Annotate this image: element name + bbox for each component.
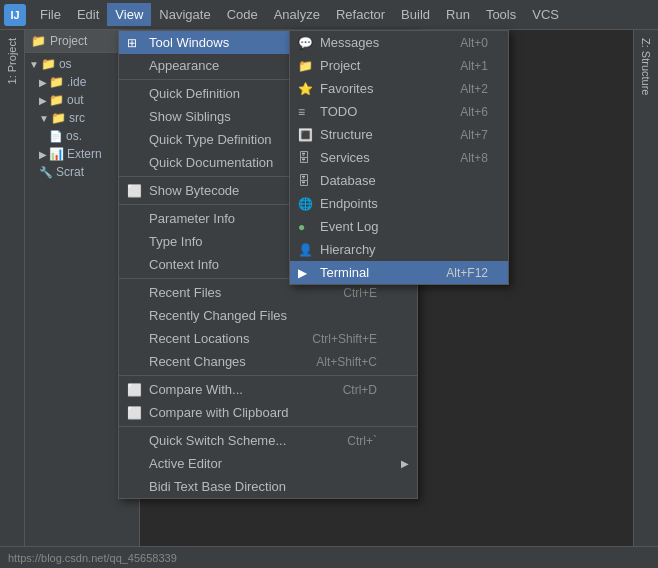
folder-icon: 📁 <box>49 93 64 107</box>
menu-tools[interactable]: Tools <box>478 3 524 26</box>
shortcut-label: Alt+0 <box>440 36 488 50</box>
submenu-item-todo[interactable]: ≡ TODO Alt+6 <box>290 100 508 123</box>
arrow-icon: ▶ <box>39 95 47 106</box>
menu-item-compare-clipboard[interactable]: ⬜ Compare with Clipboard <box>119 401 417 424</box>
menu-item-active-editor[interactable]: Active Editor <box>119 452 417 475</box>
project-tab[interactable]: 1: Project <box>2 30 22 92</box>
submenu-item-structure[interactable]: 🔳 Structure Alt+7 <box>290 123 508 146</box>
menu-code[interactable]: Code <box>219 3 266 26</box>
shortcut-label: Alt+Shift+C <box>316 355 397 369</box>
menu-item-quick-switch[interactable]: Quick Switch Scheme... Ctrl+` <box>119 429 417 452</box>
menu-item-compare-with[interactable]: ⬜ Compare With... Ctrl+D <box>119 378 417 401</box>
shortcut-label: Ctrl+Shift+E <box>312 332 397 346</box>
tool-windows-icon: ⊞ <box>127 36 137 50</box>
shortcut-label: Alt+1 <box>440 59 488 73</box>
tree-label: Scrat <box>56 165 84 179</box>
tree-label: out <box>67 93 84 107</box>
tree-label: os. <box>66 129 82 143</box>
left-sidebar: 1: Project <box>0 30 25 568</box>
shortcut-label: Alt+F12 <box>426 266 488 280</box>
shortcut-label: Ctrl+D <box>343 383 397 397</box>
submenu-item-project[interactable]: 📁 Project Alt+1 <box>290 54 508 77</box>
shortcut-label: Alt+2 <box>440 82 488 96</box>
submenu-item-hierarchy[interactable]: 👤 Hierarchy <box>290 238 508 261</box>
status-url: https://blog.csdn.net/qq_45658339 <box>8 552 177 564</box>
submenu-item-favorites[interactable]: ⭐ Favorites Alt+2 <box>290 77 508 100</box>
submenu-item-database[interactable]: 🗄 Database <box>290 169 508 192</box>
project-icon: 📁 <box>31 34 46 48</box>
database-icon: 🗄 <box>298 174 310 188</box>
menu-view[interactable]: View <box>107 3 151 26</box>
status-bar: https://blog.csdn.net/qq_45658339 <box>0 546 658 568</box>
event-log-icon: ● <box>298 220 305 234</box>
menu-item-bidi[interactable]: Bidi Text Base Direction <box>119 475 417 498</box>
structure-icon: 🔳 <box>298 128 313 142</box>
tree-label: os <box>59 57 72 71</box>
menu-refactor[interactable]: Refactor <box>328 3 393 26</box>
tree-label: Extern <box>67 147 102 161</box>
chart-icon: 📊 <box>49 147 64 161</box>
compare-icon: ⬜ <box>127 383 142 397</box>
menu-run[interactable]: Run <box>438 3 478 26</box>
menu-build[interactable]: Build <box>393 3 438 26</box>
file-icon: 📄 <box>49 130 63 143</box>
arrow-icon: ▼ <box>29 59 39 70</box>
favorites-icon: ⭐ <box>298 82 313 96</box>
compare-clipboard-icon: ⬜ <box>127 406 142 420</box>
project-icon: 📁 <box>298 59 313 73</box>
tree-label: .ide <box>67 75 86 89</box>
folder-icon: 📁 <box>41 57 56 71</box>
menu-analyze[interactable]: Analyze <box>266 3 328 26</box>
arrow-icon: ▼ <box>39 113 49 124</box>
menu-navigate[interactable]: Navigate <box>151 3 218 26</box>
services-icon: 🗄 <box>298 151 310 165</box>
messages-icon: 💬 <box>298 36 313 50</box>
menu-item-recent-changes[interactable]: Recent Changes Alt+Shift+C <box>119 350 417 373</box>
folder-icon: 📁 <box>51 111 66 125</box>
hierarchy-icon: 👤 <box>298 243 313 257</box>
arrow-icon: ▶ <box>39 77 47 88</box>
shortcut-label: Alt+6 <box>440 105 488 119</box>
todo-icon: ≡ <box>298 105 305 119</box>
menu-file[interactable]: File <box>32 3 69 26</box>
submenu-item-endpoints[interactable]: 🌐 Endpoints <box>290 192 508 215</box>
folder-icon: 📁 <box>49 75 64 89</box>
scratch-icon: 🔧 <box>39 166 53 179</box>
menu-vcs[interactable]: VCS <box>524 3 567 26</box>
app-logo: IJ <box>4 4 26 26</box>
arrow-icon: ▶ <box>39 149 47 160</box>
shortcut-label: Ctrl+E <box>343 286 397 300</box>
main-layout: 1: Project 📁 Project ▼ 📁 os ▶ 📁 .ide ▶ 📁… <box>0 30 658 568</box>
shortcut-label: Alt+8 <box>440 151 488 165</box>
separator <box>119 375 417 376</box>
menu-bar: IJ File Edit View Navigate Code Analyze … <box>0 0 658 30</box>
shortcut-label: Ctrl+` <box>347 434 397 448</box>
submenu-item-services[interactable]: 🗄 Services Alt+8 <box>290 146 508 169</box>
submenu-item-messages[interactable]: 💬 Messages Alt+0 <box>290 31 508 54</box>
menu-edit[interactable]: Edit <box>69 3 107 26</box>
right-sidebar: Z: Structure <box>633 30 658 568</box>
separator <box>119 426 417 427</box>
tree-label: src <box>69 111 85 125</box>
menu-item-recently-changed[interactable]: Recently Changed Files <box>119 304 417 327</box>
bytecode-icon: ⬜ <box>127 184 142 198</box>
menu-item-recent-locations[interactable]: Recent Locations Ctrl+Shift+E <box>119 327 417 350</box>
shortcut-label: Alt+7 <box>440 128 488 142</box>
tool-windows-panel: 💬 Messages Alt+0 📁 Project Alt+1 ⭐ Favor… <box>289 30 509 285</box>
submenu-item-event-log[interactable]: ● Event Log <box>290 215 508 238</box>
endpoints-icon: 🌐 <box>298 197 313 211</box>
submenu-item-terminal[interactable]: ▶ Terminal Alt+F12 <box>290 261 508 284</box>
structure-tab[interactable]: Z: Structure <box>636 30 656 103</box>
project-title: Project <box>50 34 87 48</box>
terminal-icon: ▶ <box>298 266 307 280</box>
